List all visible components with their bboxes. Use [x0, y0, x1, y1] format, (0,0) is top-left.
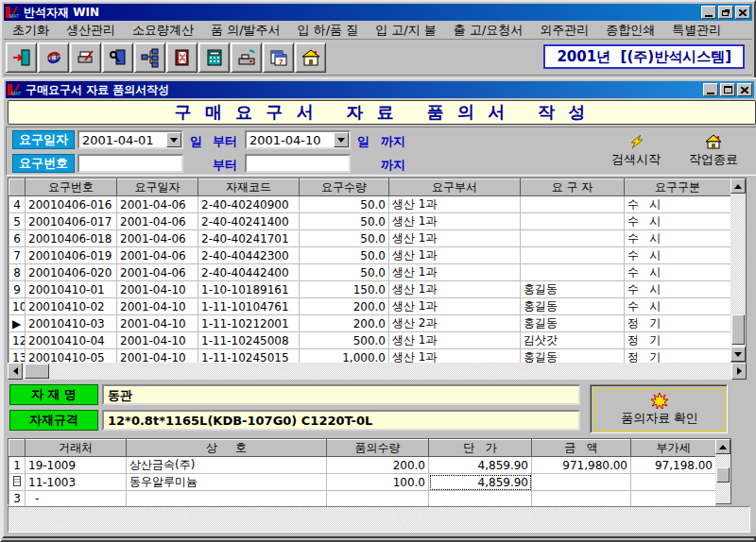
header-request-qty[interactable]: 요구수량: [300, 179, 389, 196]
menu-item-production[interactable]: 생산관리: [58, 21, 124, 40]
work-end-button[interactable]: 작업종료: [678, 129, 749, 173]
request-no-to-input[interactable]: [245, 154, 351, 173]
scroll-right-button[interactable]: [731, 363, 747, 380]
day-suffix-to: 일: [357, 133, 369, 150]
grid-cell[interactable]: 20010406-016: [26, 196, 117, 213]
header-vendor-code[interactable]: 거래처: [26, 440, 127, 457]
header-unit-price[interactable]: 단 가: [429, 440, 532, 457]
child-window: MAT 구매요구서 자료 품의서작성 구 매 요 구 서 자 료 품 의 서 작…: [2, 77, 756, 538]
menu-item-outsourcing[interactable]: 외주관리: [531, 21, 597, 40]
toolbar-calendar-button[interactable]: 7: [263, 42, 294, 73]
date-from-combobox[interactable]: 2001-04-01: [77, 130, 183, 149]
toolbar-calculator-button[interactable]: [198, 42, 230, 73]
header-request-no[interactable]: 요구번호: [26, 179, 117, 196]
flowchart-icon: [140, 47, 161, 68]
to-text: 까지: [381, 133, 405, 150]
menu-item-order[interactable]: 품 의/발주서: [202, 21, 289, 40]
grid-horizontal-scrollbar[interactable]: [8, 363, 747, 380]
date-to-dropdown-button[interactable]: [334, 132, 349, 147]
menu-item-print[interactable]: 종합인쇄: [597, 21, 663, 40]
search-start-label: 검색시작: [611, 151, 661, 168]
filter-panel: 요구일자 2001-04-01 일 부터 2001-04-10 일 까지 요구번…: [6, 127, 756, 176]
confirm-data-label: 품의자료 확인: [621, 410, 698, 427]
grid-row: 1020010410-022001-04-101-11-10104761200.…: [9, 298, 731, 315]
machine-tool-icon: [236, 47, 257, 68]
maximize-icon: [724, 86, 732, 93]
scroll-thumb[interactable]: [25, 364, 49, 379]
material-name-field[interactable]: 동관: [102, 384, 580, 405]
toolbar-lookup-button[interactable]: [102, 42, 133, 73]
exit-door-icon: [11, 47, 32, 68]
header-request-dept[interactable]: 요구부서: [389, 179, 521, 196]
calculator-icon: [204, 47, 225, 68]
detail-header-row: 거래처 상 호 품의수량 단 가 금 액 부가세: [9, 440, 716, 457]
from-text-2: 부터: [213, 157, 237, 174]
toolbar-exit-button[interactable]: [6, 42, 37, 73]
toolbar-refresh-button[interactable]: [38, 42, 69, 73]
material-panel: 자 재 명 동관 자재규격 12*0.8t*1165L(KDB-107G0) C…: [8, 383, 756, 436]
toolbar-flowchart-button[interactable]: [134, 42, 165, 73]
child-close-button[interactable]: [737, 83, 752, 96]
menu-item-receiving-quality[interactable]: 입 하/품 질: [289, 21, 368, 40]
detail-vertical-scrollbar[interactable]: [715, 439, 730, 503]
grid-row: 420010406-0162001-04-062-40-4024090050.0…: [9, 196, 731, 213]
child-minimize-button[interactable]: [703, 83, 718, 96]
scroll-thumb[interactable]: [716, 467, 730, 483]
detail-row: 1 19-1009 상산금속(주) 200.0 4,859.90 971,980…: [9, 457, 716, 474]
home-icon: [705, 134, 722, 149]
header-amount[interactable]: 금 액: [532, 440, 631, 457]
scroll-up-button[interactable]: [730, 178, 746, 194]
printer-icon: [76, 47, 96, 68]
request-date-label: 요구일자: [12, 130, 75, 149]
scroll-left-button[interactable]: [8, 363, 23, 380]
toolbar: 7 2001년 [(주)반석시스템]: [4, 41, 752, 76]
menu-item-stockin-payment[interactable]: 입 고/지 불: [367, 21, 445, 40]
header-request-date[interactable]: 요구일자: [117, 179, 198, 196]
app-logo-icon: MAT: [6, 6, 20, 19]
grid-row: 920010410-012001-04-101-10-10189161150.0…: [9, 281, 731, 298]
menu-item-init[interactable]: 초기화: [4, 21, 58, 40]
detail-grid: 거래처 상 호 품의수량 단 가 금 액 부가세 1 19-1009 상산금속(…: [8, 438, 731, 504]
minimize-icon: [705, 15, 713, 17]
toolbar-machine-button[interactable]: [231, 42, 262, 73]
header-vendor-name[interactable]: 상 호: [127, 440, 327, 457]
day-suffix-from: 일: [190, 133, 202, 150]
from-text: 부터: [213, 133, 237, 150]
toolbar-print-button[interactable]: [70, 42, 101, 73]
close-icon: [741, 87, 748, 93]
svg-text:MAT: MAT: [11, 91, 21, 96]
scroll-thumb[interactable]: [731, 314, 745, 345]
form-title-banner: 구 매 요 구 서 자 료 품 의 서 작 성: [8, 100, 756, 125]
grid-vertical-scrollbar[interactable]: [730, 178, 746, 362]
material-spec-field[interactable]: 12*0.8t*1165L(KDB-107G0) C1220T-0L: [102, 410, 580, 431]
menu-item-stockout-request[interactable]: 출 고/요청서: [445, 21, 532, 40]
toolbar-ledger-button[interactable]: [166, 42, 198, 73]
header-material-code[interactable]: 자재코드: [198, 179, 300, 196]
header-requester[interactable]: 요 구 자: [521, 179, 625, 196]
menu-item-requirements[interactable]: 소요량계산: [124, 21, 202, 40]
date-to-combobox[interactable]: 2001-04-10: [245, 130, 351, 149]
minimize-button[interactable]: [701, 6, 716, 19]
header-vat[interactable]: 부가세: [631, 440, 716, 457]
status-strip: [8, 506, 750, 533]
scroll-down-button[interactable]: [730, 347, 746, 362]
request-no-from-input[interactable]: [77, 154, 183, 173]
confirm-data-button[interactable]: 품의자료 확인: [594, 388, 725, 432]
header-request-type[interactable]: 요구구분: [625, 179, 731, 196]
main-window: MAT 반석자재 WIN 초기화 생산관리 소요량계산 품 의/발주서 입 하/…: [0, 0, 756, 542]
child-maximize-button[interactable]: [720, 83, 735, 96]
close-button[interactable]: [735, 6, 750, 19]
minimize-icon: [707, 93, 714, 94]
material-name-label: 자 재 명: [9, 384, 98, 405]
menu-item-special[interactable]: 특별관리: [663, 21, 730, 40]
date-from-dropdown-button[interactable]: [166, 132, 181, 147]
to-text-2: 까지: [381, 157, 405, 174]
toolbar-home-button[interactable]: [295, 42, 326, 73]
header-qty[interactable]: 품의수량: [327, 440, 429, 457]
restore-button[interactable]: [718, 6, 733, 19]
svg-text:MAT: MAT: [9, 13, 19, 19]
search-start-button[interactable]: 검색시작: [600, 129, 672, 173]
selected-cell[interactable]: 4,859.90: [429, 474, 532, 491]
scroll-up-button[interactable]: [715, 439, 730, 454]
grid-row: 620010406-0182001-04-062-40-4024170150.0…: [9, 230, 731, 247]
